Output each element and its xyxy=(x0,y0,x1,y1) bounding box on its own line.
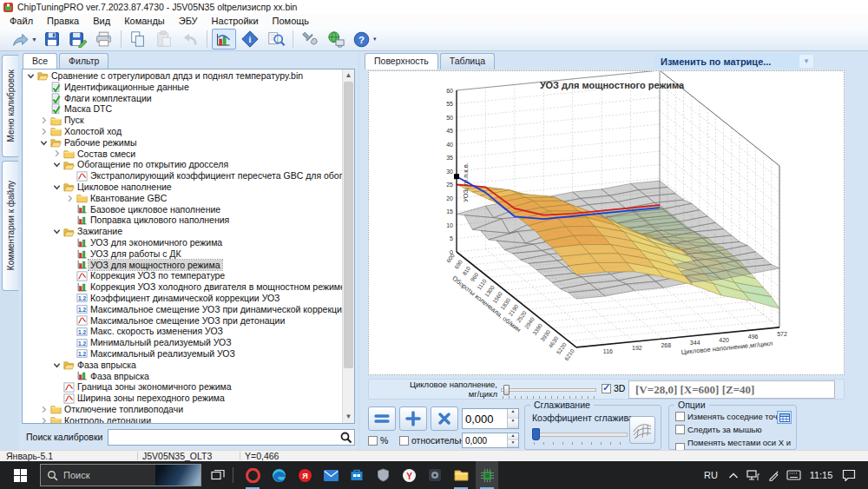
yandex-browser-taskbar-button[interactable]: Я xyxy=(293,461,316,489)
tree-item[interactable]: Максимальное смещение УОЗ при детонации xyxy=(23,315,342,327)
option-follow-mouse[interactable]: Следить за мышью xyxy=(675,425,762,434)
collapse-arrow-icon[interactable] xyxy=(26,72,36,80)
open-button[interactable] xyxy=(8,29,32,50)
tree-scrollbar[interactable]: ▲ ▼ xyxy=(342,69,354,423)
expand-arrow-icon[interactable] xyxy=(52,149,62,157)
open-dropdown-icon[interactable]: ▼ xyxy=(31,36,37,43)
print-button[interactable] xyxy=(92,29,116,50)
keyboard-tray-button[interactable] xyxy=(784,461,803,489)
relative-input[interactable] xyxy=(463,433,506,447)
matrix-grid-button[interactable] xyxy=(777,411,792,424)
smoothing-slider-handle[interactable] xyxy=(532,428,540,440)
tree-item[interactable]: Обогащение по открытию дросселя xyxy=(23,159,342,170)
calibration-search-input[interactable] xyxy=(108,430,337,445)
tree-item[interactable]: Холостой ход xyxy=(23,126,342,137)
tree-item[interactable]: Поправка циклового наполнения xyxy=(23,215,342,226)
tree-item[interactable]: Цикловое наполнение xyxy=(23,182,342,193)
tree-item[interactable]: Коррекция УОЗ по температуре xyxy=(23,270,342,281)
tree-item[interactable]: Коррекция УОЗ холодного двигателя в мощн… xyxy=(23,281,342,293)
relative-checkbox[interactable]: относительно xyxy=(399,435,470,446)
value-input[interactable] xyxy=(463,409,506,428)
online-button[interactable] xyxy=(324,29,348,50)
tree-item[interactable]: Сравнение с отрегулировал дпдз и поднял … xyxy=(23,70,342,82)
side-tab-calibration-menu[interactable]: Меню калибровок xyxy=(2,55,18,157)
surface-plot[interactable]: 0510152025303540455055606006908109601110… xyxy=(369,71,844,374)
dark-app-taskbar-button[interactable] xyxy=(424,461,446,489)
tree-item[interactable]: Фаза впрыска xyxy=(23,371,342,382)
percent-checkbox[interactable]: % xyxy=(368,435,388,446)
collapse-arrow-icon[interactable] xyxy=(52,161,62,169)
relative-spinner[interactable]: ▲▼ xyxy=(507,433,518,447)
tree-item[interactable]: Контроль детонации xyxy=(23,415,342,423)
menu-item-edit[interactable]: Правка xyxy=(40,15,86,27)
save-as-button[interactable] xyxy=(66,29,90,50)
slider-handle[interactable] xyxy=(503,385,510,395)
task-view-button[interactable] xyxy=(207,461,229,489)
tree-item[interactable]: 1.2Макс. скорость изменения УОЗ xyxy=(23,326,342,337)
value-spinner[interactable]: ▲▼ xyxy=(507,409,518,428)
set-value-button[interactable] xyxy=(368,406,396,431)
tab-filter[interactable]: Фильтр xyxy=(59,53,108,69)
side-tab-file-comments[interactable]: Комментарии к файлу xyxy=(2,161,18,291)
pen-tray-button[interactable] xyxy=(764,461,783,489)
copy-button[interactable] xyxy=(126,29,150,50)
menu-item-ecu[interactable]: ЭБУ xyxy=(172,15,205,27)
tree-item[interactable]: Флаги комплектации xyxy=(23,93,342,104)
search-box-image[interactable] xyxy=(155,465,201,486)
tree-item[interactable]: Рабочие режимы xyxy=(23,137,342,149)
checkbox-3d[interactable]: 3D xyxy=(602,383,625,393)
opera-taskbar-button[interactable] xyxy=(241,461,264,489)
tree-item[interactable]: Базовое цикловое наполнение xyxy=(23,204,342,215)
scroll-up-icon[interactable]: ▲ xyxy=(343,69,354,82)
tree-item[interactable]: Фаза впрыска xyxy=(23,360,342,371)
collapse-arrow-icon[interactable] xyxy=(39,139,49,147)
explorer-taskbar-button[interactable] xyxy=(450,461,472,489)
tree-item[interactable]: УОЗ для мощностного режима xyxy=(23,260,342,271)
shield-app-taskbar-button[interactable] xyxy=(372,461,394,489)
chevron-down-icon[interactable]: ▼ xyxy=(799,55,813,68)
toolbar-overflow-icon[interactable]: ▾ xyxy=(373,36,377,43)
tab-surface[interactable]: Поверхность xyxy=(365,53,438,69)
scrollbar-thumb[interactable] xyxy=(344,82,353,368)
tree-item[interactable]: Идентификационные данные xyxy=(23,82,342,93)
network-tray-button[interactable] xyxy=(744,461,763,489)
tools-button[interactable] xyxy=(298,29,322,50)
undo-button[interactable] xyxy=(178,29,202,50)
menu-item-settings[interactable]: Настройки xyxy=(205,15,266,27)
tree-item[interactable]: Зажигание xyxy=(23,226,342,237)
store-taskbar-button[interactable] xyxy=(345,461,368,489)
collapse-arrow-icon[interactable] xyxy=(52,183,62,191)
search-icon[interactable] xyxy=(339,431,352,444)
yandex-y-taskbar-button[interactable]: Y xyxy=(398,461,420,489)
info-button[interactable]: i xyxy=(238,29,262,50)
paste-button[interactable] xyxy=(152,29,176,50)
chevron-up-tray-button[interactable] xyxy=(724,461,743,489)
load-slider[interactable] xyxy=(501,385,596,395)
help-button[interactable]: ? xyxy=(350,29,374,50)
smoothing-slider[interactable] xyxy=(532,428,628,440)
find-button[interactable] xyxy=(264,29,288,50)
tree-item[interactable]: Ширина зоны переходного режима xyxy=(23,393,342,404)
tree-item[interactable]: 1.2Коэффициент динамической коррекции УО… xyxy=(23,293,342,304)
tree-item[interactable]: УОЗ для работы с ДК xyxy=(23,248,342,260)
notification-icon[interactable] xyxy=(837,461,861,489)
tree-item[interactable]: Отключение топливоподачи xyxy=(23,404,342,415)
menu-item-commands[interactable]: Команды xyxy=(117,15,172,27)
surface-chart-button[interactable] xyxy=(212,29,236,50)
edit-by-matrix-button[interactable]: Изменить по матрице... ▼ xyxy=(654,54,814,69)
tree-item[interactable]: Маска DTC xyxy=(23,103,342,115)
menu-item-file[interactable]: Файл xyxy=(3,15,40,27)
expand-arrow-icon[interactable] xyxy=(39,128,49,135)
save-button[interactable] xyxy=(40,29,64,50)
chiptuningpro-taskbar-button[interactable] xyxy=(476,461,498,489)
option-edit-neighbors[interactable]: Изменять соседние точки xyxy=(675,412,786,421)
tree-item[interactable]: УОЗ для экономичного режима xyxy=(23,237,342,248)
tree-item[interactable]: Квантование GBC xyxy=(23,193,342,204)
taskbar-search[interactable]: Поиск xyxy=(40,464,201,486)
clock[interactable]: 11:15 xyxy=(806,461,837,489)
tree-item[interactable]: Экстраполирующий коэффициент пересчета G… xyxy=(23,170,342,182)
scroll-down-icon[interactable]: ▼ xyxy=(343,411,354,423)
expand-arrow-icon[interactable] xyxy=(39,116,49,124)
multiply-value-button[interactable] xyxy=(431,406,458,431)
3d-checkbox-box[interactable] xyxy=(602,384,611,393)
